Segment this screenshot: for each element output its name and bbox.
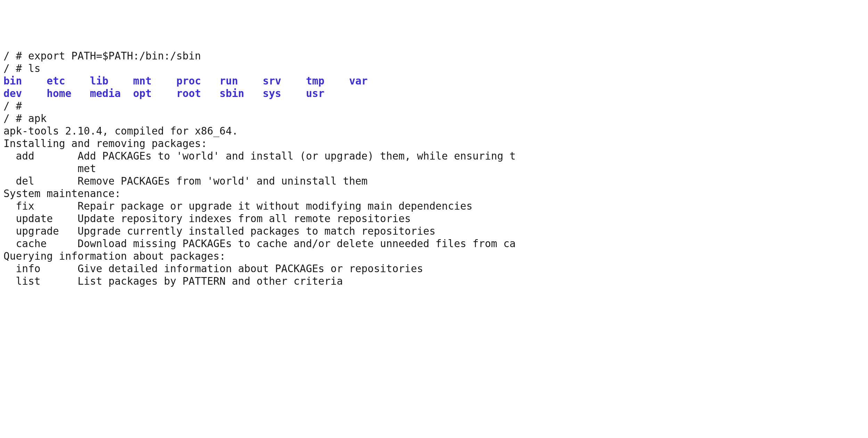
apk-add-cont: met xyxy=(3,163,865,175)
apk-section-query: Querying information about packages: xyxy=(3,250,865,263)
dir-media: media xyxy=(90,88,121,99)
prompt-empty: / # xyxy=(3,100,865,113)
apk-cache: cache Download missing PACKAGEs to cache… xyxy=(3,238,865,250)
prompt-export: / # export PATH=$PATH:/bin:/sbin xyxy=(3,50,865,63)
dir-var: var xyxy=(349,75,368,87)
dir-srv: srv xyxy=(263,75,281,87)
dir-bin: bin xyxy=(3,75,22,87)
dir-tmp: tmp xyxy=(306,75,324,87)
dir-sbin: sbin xyxy=(220,88,244,99)
apk-list: list List packages by PATTERN and other … xyxy=(3,275,865,288)
terminal-output[interactable]: / # export PATH=$PATH:/bin:/sbin/ # lsbi… xyxy=(0,50,868,288)
dir-root: root xyxy=(176,88,201,99)
ls-row-2: dev home media opt root sbin sys usr xyxy=(3,88,865,100)
apk-fix: fix Repair package or upgrade it without… xyxy=(3,200,865,213)
apk-section-system: System maintenance: xyxy=(3,188,865,200)
dir-usr: usr xyxy=(306,88,324,99)
dir-sys: sys xyxy=(263,88,281,99)
apk-upgrade: upgrade Upgrade currently installed pack… xyxy=(3,225,865,238)
dir-proc: proc xyxy=(176,75,201,87)
dir-home: home xyxy=(47,88,71,99)
prompt-apk: / # apk xyxy=(3,113,865,125)
apk-version: apk-tools 2.10.4, compiled for x86_64. xyxy=(3,125,865,138)
apk-del: del Remove PACKAGEs from 'world' and uni… xyxy=(3,175,865,188)
apk-update: update Update repository indexes from al… xyxy=(3,213,865,225)
dir-lib: lib xyxy=(90,75,108,87)
dir-dev: dev xyxy=(3,88,22,99)
apk-info: info Give detailed information about PAC… xyxy=(3,263,865,275)
apk-add: add Add PACKAGEs to 'world' and install … xyxy=(3,150,865,163)
dir-opt: opt xyxy=(133,88,152,99)
prompt-ls: / # ls xyxy=(3,63,865,75)
dir-etc: etc xyxy=(47,75,65,87)
dir-run: run xyxy=(220,75,238,87)
ls-row-1: bin etc lib mnt proc run srv tmp var xyxy=(3,75,865,88)
dir-mnt: mnt xyxy=(133,75,152,87)
apk-section-install: Installing and removing packages: xyxy=(3,138,865,150)
